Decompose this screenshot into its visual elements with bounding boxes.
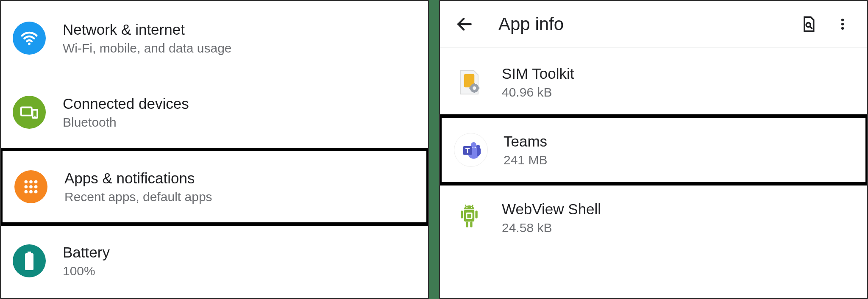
overflow-menu-button[interactable] bbox=[831, 12, 854, 36]
settings-panel: Network & internet Wi-Fi, mobile, and da… bbox=[0, 0, 429, 299]
svg-rect-14 bbox=[25, 253, 33, 270]
settings-item-battery[interactable]: Battery 100% bbox=[1, 224, 428, 299]
devices-icon bbox=[13, 96, 46, 129]
app-size: 24.58 kB bbox=[502, 221, 601, 235]
svg-rect-36 bbox=[475, 210, 477, 218]
settings-item-title: Network & internet bbox=[63, 21, 232, 39]
search-in-page-icon bbox=[800, 16, 817, 33]
panel-divider bbox=[429, 0, 439, 299]
sim-card-icon bbox=[453, 66, 486, 99]
settings-item-apps-notifications[interactable]: Apps & notifications Recent apps, defaul… bbox=[0, 148, 429, 226]
svg-rect-1 bbox=[21, 108, 32, 116]
svg-rect-38 bbox=[470, 221, 472, 227]
apps-grid-icon bbox=[14, 170, 47, 203]
svg-point-20 bbox=[841, 27, 844, 30]
app-row-teams[interactable]: T Teams 241 MB bbox=[439, 114, 868, 185]
app-name: WebView Shell bbox=[502, 200, 601, 218]
settings-item-subtitle: 100% bbox=[63, 264, 110, 278]
svg-point-8 bbox=[29, 185, 33, 188]
wifi-icon bbox=[13, 22, 46, 55]
app-info-panel: App info bbox=[439, 0, 868, 299]
svg-rect-25 bbox=[474, 91, 476, 93]
svg-rect-27 bbox=[478, 87, 480, 89]
svg-point-4 bbox=[25, 180, 28, 183]
app-name: SIM Toolkit bbox=[502, 65, 574, 83]
svg-rect-24 bbox=[474, 83, 476, 85]
settings-item-connected-devices[interactable]: Connected devices Bluetooth bbox=[1, 75, 428, 150]
back-button[interactable] bbox=[453, 12, 476, 36]
svg-point-9 bbox=[34, 185, 38, 188]
svg-point-18 bbox=[841, 19, 844, 21]
svg-line-17 bbox=[810, 27, 812, 28]
svg-point-39 bbox=[466, 207, 467, 208]
svg-point-3 bbox=[34, 116, 36, 117]
svg-rect-42 bbox=[467, 214, 471, 218]
settings-list: Network & internet Wi-Fi, mobile, and da… bbox=[1, 1, 428, 298]
page-title: App info bbox=[498, 14, 787, 34]
app-row-webview-shell[interactable]: WebView Shell 24.58 kB bbox=[440, 184, 867, 252]
arrow-left-icon bbox=[455, 15, 474, 33]
settings-item-subtitle: Recent apps, default apps bbox=[64, 190, 212, 204]
app-info-header: App info bbox=[440, 1, 867, 48]
settings-item-subtitle: Bluetooth bbox=[63, 115, 189, 130]
settings-item-network[interactable]: Network & internet Wi-Fi, mobile, and da… bbox=[1, 1, 428, 75]
search-button[interactable] bbox=[797, 12, 821, 36]
app-row-sim-toolkit[interactable]: SIM Toolkit 40.96 kB bbox=[440, 48, 867, 116]
app-name: Teams bbox=[504, 133, 547, 150]
svg-point-10 bbox=[25, 190, 28, 194]
settings-item-title: Battery bbox=[63, 244, 110, 261]
svg-rect-26 bbox=[469, 87, 471, 89]
svg-point-11 bbox=[29, 190, 33, 194]
settings-item-subtitle: Wi-Fi, mobile, and data usage bbox=[63, 41, 232, 55]
settings-item-title: Connected devices bbox=[63, 95, 189, 113]
app-size: 241 MB bbox=[504, 153, 547, 167]
svg-point-0 bbox=[28, 42, 31, 45]
svg-rect-13 bbox=[28, 252, 31, 253]
svg-rect-37 bbox=[466, 221, 468, 227]
app-list: SIM Toolkit 40.96 kB T bbox=[440, 48, 867, 298]
svg-point-12 bbox=[34, 190, 38, 194]
svg-point-7 bbox=[25, 185, 28, 188]
battery-icon bbox=[13, 244, 46, 277]
svg-rect-35 bbox=[461, 210, 463, 218]
svg-point-5 bbox=[29, 180, 33, 183]
svg-point-40 bbox=[471, 207, 472, 208]
svg-point-23 bbox=[473, 86, 476, 90]
svg-point-19 bbox=[841, 23, 844, 25]
svg-point-6 bbox=[34, 180, 38, 183]
settings-item-title: Apps & notifications bbox=[64, 169, 212, 187]
android-robot-icon bbox=[453, 201, 486, 234]
app-size: 40.96 kB bbox=[502, 85, 574, 100]
svg-text:T: T bbox=[465, 147, 470, 155]
teams-icon: T bbox=[454, 133, 487, 166]
more-vertical-icon bbox=[835, 17, 850, 31]
